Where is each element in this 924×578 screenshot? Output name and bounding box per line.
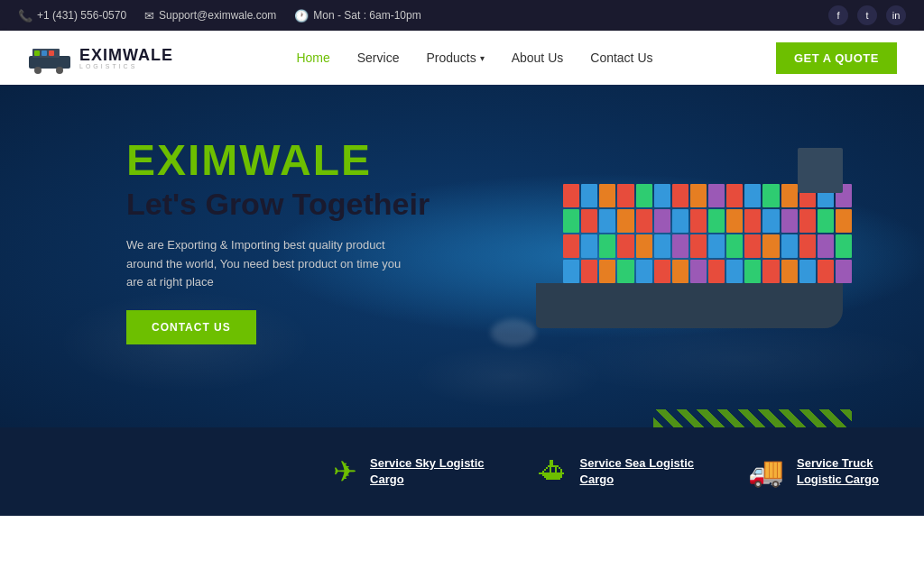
facebook-icon[interactable]: f bbox=[828, 5, 848, 25]
get-quote-button[interactable]: GET A QUOTE bbox=[776, 42, 897, 74]
logo[interactable]: EXIMWALE LOGISTICS bbox=[27, 40, 173, 76]
ship-visual bbox=[491, 121, 870, 355]
email-icon: ✉ bbox=[144, 9, 154, 23]
ship-bridge bbox=[798, 148, 843, 193]
phone-icon: 📞 bbox=[18, 9, 32, 23]
service-sky-label[interactable]: Service Sky LogisticCargo bbox=[370, 455, 484, 488]
svg-rect-0 bbox=[29, 56, 70, 69]
spacer-white bbox=[0, 516, 924, 578]
top-bar-left: 📞 +1 (431) 556-0570 ✉ Support@eximwale.c… bbox=[18, 9, 421, 23]
header: EXIMWALE LOGISTICS Home Service Products… bbox=[0, 31, 924, 85]
svg-rect-6 bbox=[49, 50, 54, 56]
hero-section: EXIMWALE Let's Grow Togetheir We are Exp… bbox=[0, 85, 924, 427]
nav-products[interactable]: Products ▾ bbox=[426, 50, 484, 65]
logo-subtext: LOGISTICS bbox=[79, 63, 173, 69]
hero-tagline: Let's Grow Togetheir bbox=[126, 186, 430, 223]
main-nav: Home Service Products ▾ About Us Contact… bbox=[296, 50, 652, 65]
service-truck: 🚚 Service TruckLogistic Cargo bbox=[748, 454, 879, 489]
ship-hull bbox=[536, 283, 843, 328]
hours-info: 🕐 Mon - Sat : 6am-10pm bbox=[294, 9, 420, 23]
hero-stripe-decoration bbox=[653, 409, 852, 427]
svg-rect-5 bbox=[42, 50, 47, 56]
services-strip: ✈ Service Sky LogisticCargo ⛴ Service Se… bbox=[0, 427, 924, 516]
dropdown-arrow-icon: ▾ bbox=[480, 53, 485, 63]
clock-icon: 🕐 bbox=[294, 9, 309, 23]
social-links: f t in bbox=[828, 5, 906, 25]
hero-description: We are Exporting & Importing best qualit… bbox=[126, 236, 415, 292]
ship-wake bbox=[491, 319, 536, 346]
logo-name: EXIMWALE bbox=[79, 46, 173, 64]
service-sky: ✈ Service Sky LogisticCargo bbox=[333, 454, 484, 489]
ship-icon: ⛴ bbox=[539, 455, 568, 489]
nav-about[interactable]: About Us bbox=[512, 50, 564, 65]
nav-contact[interactable]: Contact Us bbox=[590, 50, 652, 65]
service-truck-label[interactable]: Service TruckLogistic Cargo bbox=[797, 455, 879, 488]
airplane-icon: ✈ bbox=[333, 454, 357, 489]
logo-icon bbox=[27, 40, 72, 76]
hero-cta-button[interactable]: CONTACT US bbox=[126, 310, 256, 344]
hero-brand: EXIMWALE bbox=[126, 139, 430, 182]
ship-containers-area bbox=[563, 184, 852, 283]
business-hours: Mon - Sat : 6am-10pm bbox=[313, 9, 420, 22]
hero-background: EXIMWALE Let's Grow Togetheir We are Exp… bbox=[0, 85, 924, 427]
nav-service[interactable]: Service bbox=[357, 50, 400, 65]
twitter-icon[interactable]: t bbox=[857, 5, 877, 25]
instagram-icon[interactable]: in bbox=[886, 5, 906, 25]
svg-point-3 bbox=[56, 67, 63, 74]
hero-content: EXIMWALE Let's Grow Togetheir We are Exp… bbox=[126, 139, 430, 344]
nav-home[interactable]: Home bbox=[296, 50, 329, 65]
svg-point-2 bbox=[34, 67, 42, 74]
email-address: Support@eximwale.com bbox=[159, 9, 276, 22]
service-sea: ⛴ Service Sea LogisticCargo bbox=[539, 455, 694, 489]
svg-rect-4 bbox=[34, 50, 40, 56]
truck-icon: 🚚 bbox=[748, 454, 784, 489]
email-info: ✉ Support@eximwale.com bbox=[144, 9, 276, 23]
service-sea-label[interactable]: Service Sea LogisticCargo bbox=[580, 455, 694, 488]
phone-info: 📞 +1 (431) 556-0570 bbox=[18, 9, 126, 23]
logo-text-block: EXIMWALE LOGISTICS bbox=[79, 46, 173, 69]
top-bar: 📞 +1 (431) 556-0570 ✉ Support@eximwale.c… bbox=[0, 0, 924, 31]
phone-number: +1 (431) 556-0570 bbox=[37, 9, 126, 22]
